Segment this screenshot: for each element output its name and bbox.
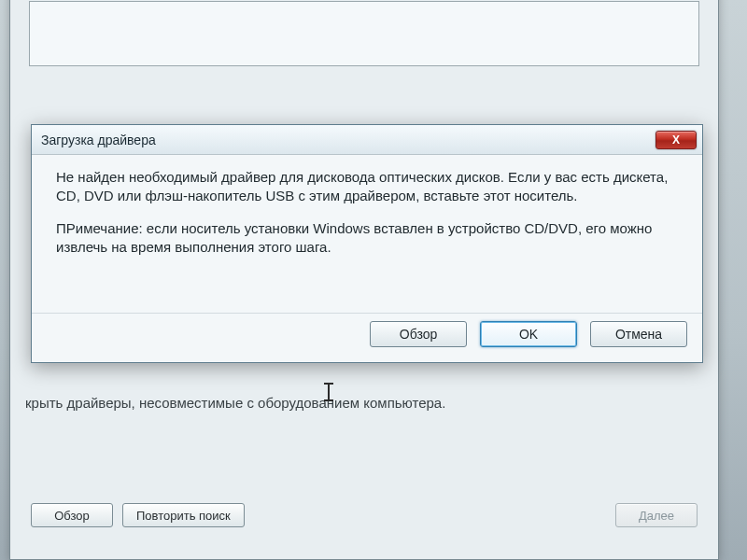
dialog-title: Загрузка драйвера xyxy=(41,133,156,147)
parent-rescan-button[interactable]: Повторить поиск xyxy=(122,503,245,527)
dialog-titlebar[interactable]: Загрузка драйвера X xyxy=(32,125,702,155)
dialog-ok-button[interactable]: OK xyxy=(480,321,577,347)
close-button[interactable]: X xyxy=(655,131,697,149)
dialog-cancel-button[interactable]: Отмена xyxy=(590,321,687,347)
dialog-message-1: Не найден необходимый драйвер для дисков… xyxy=(56,168,678,206)
hide-incompatible-drivers-text: крыть драйверы, несовместимые с оборудов… xyxy=(25,395,699,411)
installer-panel xyxy=(29,1,699,66)
dialog-button-row: Обзор OK Отмена xyxy=(32,313,702,362)
parent-next-button: Далее xyxy=(615,503,698,527)
installer-button-row: Обзор Повторить поиск Далее xyxy=(10,503,718,527)
load-driver-dialog: Загрузка драйвера X Не найден необходимы… xyxy=(31,124,703,363)
parent-browse-button[interactable]: Обзор xyxy=(31,503,113,527)
dialog-body: Не найден необходимый драйвер для дисков… xyxy=(32,155,702,313)
close-icon: X xyxy=(672,133,680,147)
dialog-message-2: ПРимечание: если носитель установки Wind… xyxy=(56,219,678,258)
dialog-browse-button[interactable]: Обзор xyxy=(370,321,467,347)
